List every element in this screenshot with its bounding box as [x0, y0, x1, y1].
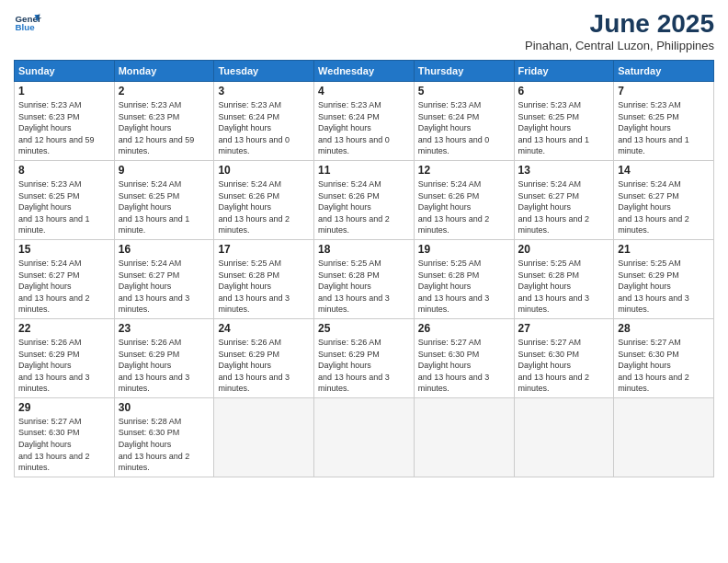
day-number: 8 [18, 164, 110, 177]
day-info: Sunrise: 5:25 AMSunset: 6:29 PMDaylight … [618, 258, 710, 316]
table-row: 4 Sunrise: 5:23 AMSunset: 6:24 PMDayligh… [314, 82, 415, 161]
header: General Blue June 2025 Pinahan, Central … [14, 9, 714, 52]
table-row: 19 Sunrise: 5:25 AMSunset: 6:28 PMDaylig… [414, 239, 514, 318]
col-sunday: Sunday [15, 61, 115, 82]
calendar-week-5: 29 Sunrise: 5:27 AMSunset: 6:30 PMDaylig… [15, 397, 714, 477]
col-tuesday: Tuesday [214, 61, 314, 82]
day-info: Sunrise: 5:24 AMSunset: 6:27 PMDaylight … [618, 178, 710, 236]
table-row: 7 Sunrise: 5:23 AMSunset: 6:25 PMDayligh… [614, 82, 714, 161]
day-number: 15 [18, 243, 110, 256]
table-row: 18 Sunrise: 5:25 AMSunset: 6:28 PMDaylig… [314, 239, 415, 318]
table-row: 1 Sunrise: 5:23 AMSunset: 6:23 PMDayligh… [15, 82, 115, 161]
day-number: 11 [318, 164, 410, 177]
day-number: 14 [618, 164, 710, 177]
table-row: 11 Sunrise: 5:24 AMSunset: 6:26 PMDaylig… [314, 160, 415, 239]
table-row: 3 Sunrise: 5:23 AMSunset: 6:24 PMDayligh… [214, 82, 314, 161]
calendar-week-3: 15 Sunrise: 5:24 AMSunset: 6:27 PMDaylig… [15, 239, 714, 318]
day-number: 20 [518, 243, 610, 256]
table-row [414, 397, 514, 477]
day-info: Sunrise: 5:26 AMSunset: 6:29 PMDaylight … [18, 337, 110, 395]
day-info: Sunrise: 5:25 AMSunset: 6:28 PMDaylight … [418, 258, 510, 316]
day-info: Sunrise: 5:23 AMSunset: 6:24 PMDaylight … [318, 99, 410, 157]
table-row: 21 Sunrise: 5:25 AMSunset: 6:29 PMDaylig… [614, 239, 714, 318]
day-number: 25 [318, 322, 410, 335]
table-row: 15 Sunrise: 5:24 AMSunset: 6:27 PMDaylig… [15, 239, 115, 318]
day-info: Sunrise: 5:23 AMSunset: 6:24 PMDaylight … [418, 99, 510, 157]
table-row: 17 Sunrise: 5:25 AMSunset: 6:28 PMDaylig… [214, 239, 314, 318]
day-number: 29 [18, 401, 110, 414]
table-row: 8 Sunrise: 5:23 AMSunset: 6:25 PMDayligh… [15, 160, 115, 239]
day-info: Sunrise: 5:24 AMSunset: 6:26 PMDaylight … [318, 178, 410, 236]
day-info: Sunrise: 5:25 AMSunset: 6:28 PMDaylight … [318, 258, 410, 316]
table-row: 22 Sunrise: 5:26 AMSunset: 6:29 PMDaylig… [15, 318, 115, 397]
day-number: 1 [18, 85, 110, 98]
day-number: 26 [418, 322, 510, 335]
day-info: Sunrise: 5:23 AMSunset: 6:25 PMDaylight … [518, 99, 610, 157]
day-number: 22 [18, 322, 110, 335]
logo-icon: General Blue [14, 9, 41, 37]
day-info: Sunrise: 5:26 AMSunset: 6:29 PMDaylight … [318, 337, 410, 395]
col-wednesday: Wednesday [314, 61, 415, 82]
col-monday: Monday [114, 61, 214, 82]
table-row: 9 Sunrise: 5:24 AMSunset: 6:25 PMDayligh… [114, 160, 214, 239]
day-info: Sunrise: 5:23 AMSunset: 6:23 PMDaylight … [18, 99, 110, 157]
table-row [214, 397, 314, 477]
table-row: 13 Sunrise: 5:24 AMSunset: 6:27 PMDaylig… [514, 160, 614, 239]
table-row: 23 Sunrise: 5:26 AMSunset: 6:29 PMDaylig… [114, 318, 214, 397]
day-info: Sunrise: 5:24 AMSunset: 6:27 PMDaylight … [518, 178, 610, 236]
day-number: 24 [218, 322, 310, 335]
day-number: 23 [119, 322, 210, 335]
table-row: 24 Sunrise: 5:26 AMSunset: 6:29 PMDaylig… [214, 318, 314, 397]
day-info: Sunrise: 5:24 AMSunset: 6:25 PMDaylight … [119, 178, 210, 236]
table-row: 20 Sunrise: 5:25 AMSunset: 6:28 PMDaylig… [514, 239, 614, 318]
month-title: June 2025 [525, 9, 714, 39]
day-number: 5 [418, 85, 510, 98]
day-number: 27 [518, 322, 610, 335]
calendar-week-1: 1 Sunrise: 5:23 AMSunset: 6:23 PMDayligh… [15, 82, 714, 161]
table-row [314, 397, 415, 477]
day-info: Sunrise: 5:23 AMSunset: 6:25 PMDaylight … [618, 99, 710, 157]
day-info: Sunrise: 5:24 AMSunset: 6:27 PMDaylight … [18, 258, 110, 316]
table-row: 6 Sunrise: 5:23 AMSunset: 6:25 PMDayligh… [514, 82, 614, 161]
day-info: Sunrise: 5:27 AMSunset: 6:30 PMDaylight … [518, 337, 610, 395]
day-info: Sunrise: 5:23 AMSunset: 6:23 PMDaylight … [119, 99, 210, 157]
day-info: Sunrise: 5:27 AMSunset: 6:30 PMDaylight … [18, 416, 110, 474]
day-info: Sunrise: 5:26 AMSunset: 6:29 PMDaylight … [119, 337, 210, 395]
table-row: 29 Sunrise: 5:27 AMSunset: 6:30 PMDaylig… [15, 397, 115, 477]
day-number: 17 [218, 243, 310, 256]
day-number: 13 [518, 164, 610, 177]
day-number: 19 [418, 243, 510, 256]
calendar-week-4: 22 Sunrise: 5:26 AMSunset: 6:29 PMDaylig… [15, 318, 714, 397]
day-info: Sunrise: 5:24 AMSunset: 6:27 PMDaylight … [119, 258, 210, 316]
day-info: Sunrise: 5:23 AMSunset: 6:25 PMDaylight … [18, 178, 110, 236]
table-row: 25 Sunrise: 5:26 AMSunset: 6:29 PMDaylig… [314, 318, 415, 397]
day-info: Sunrise: 5:28 AMSunset: 6:30 PMDaylight … [119, 416, 210, 474]
table-row: 14 Sunrise: 5:24 AMSunset: 6:27 PMDaylig… [614, 160, 714, 239]
day-number: 16 [119, 243, 210, 256]
col-friday: Friday [514, 61, 614, 82]
table-row: 26 Sunrise: 5:27 AMSunset: 6:30 PMDaylig… [414, 318, 514, 397]
location: Pinahan, Central Luzon, Philippines [525, 39, 714, 52]
day-info: Sunrise: 5:25 AMSunset: 6:28 PMDaylight … [518, 258, 610, 316]
day-number: 3 [218, 85, 310, 98]
table-row [514, 397, 614, 477]
day-info: Sunrise: 5:23 AMSunset: 6:24 PMDaylight … [218, 99, 310, 157]
day-info: Sunrise: 5:27 AMSunset: 6:30 PMDaylight … [618, 337, 710, 395]
day-info: Sunrise: 5:24 AMSunset: 6:26 PMDaylight … [218, 178, 310, 236]
day-number: 21 [618, 243, 710, 256]
day-number: 28 [618, 322, 710, 335]
day-info: Sunrise: 5:26 AMSunset: 6:29 PMDaylight … [218, 337, 310, 395]
table-row: 27 Sunrise: 5:27 AMSunset: 6:30 PMDaylig… [514, 318, 614, 397]
svg-text:Blue: Blue [16, 22, 36, 32]
table-row: 30 Sunrise: 5:28 AMSunset: 6:30 PMDaylig… [114, 397, 214, 477]
table-row: 5 Sunrise: 5:23 AMSunset: 6:24 PMDayligh… [414, 82, 514, 161]
day-number: 12 [418, 164, 510, 177]
calendar-table: Sunday Monday Tuesday Wednesday Thursday… [14, 60, 714, 477]
calendar-header-row: Sunday Monday Tuesday Wednesday Thursday… [15, 61, 714, 82]
day-number: 7 [618, 85, 710, 98]
table-row: 2 Sunrise: 5:23 AMSunset: 6:23 PMDayligh… [114, 82, 214, 161]
table-row: 12 Sunrise: 5:24 AMSunset: 6:26 PMDaylig… [414, 160, 514, 239]
day-number: 30 [119, 401, 210, 414]
day-number: 2 [119, 85, 210, 98]
calendar-week-2: 8 Sunrise: 5:23 AMSunset: 6:25 PMDayligh… [15, 160, 714, 239]
